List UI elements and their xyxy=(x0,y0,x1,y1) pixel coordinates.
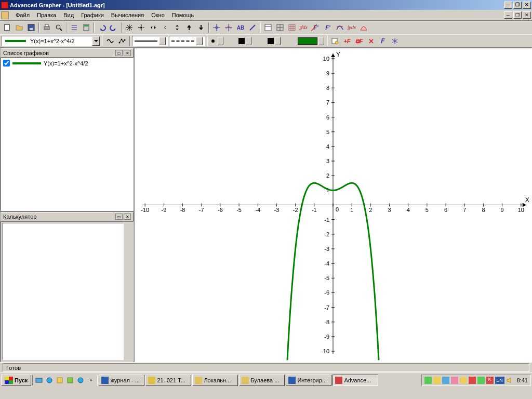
panel-close-icon[interactable]: ✕ xyxy=(124,214,131,220)
zoom-out-button[interactable] xyxy=(159,22,171,33)
add-func-button[interactable]: +F xyxy=(341,35,353,47)
ql-app2-icon[interactable] xyxy=(65,375,75,385)
ql-desktop-icon[interactable] xyxy=(34,375,44,385)
table-button[interactable] xyxy=(274,22,286,33)
style-curve-button[interactable] xyxy=(104,35,116,47)
work-area: Список графиков ▭ ✕ Y(x)=1+x^2-x^4/2 Кал… xyxy=(0,48,532,362)
area-button[interactable] xyxy=(358,22,369,33)
ql-ie2-icon[interactable] xyxy=(76,375,85,385)
zoom-center-button[interactable] xyxy=(136,22,147,33)
menu-view[interactable]: Вид xyxy=(60,11,77,19)
asterisk-button[interactable] xyxy=(389,35,401,47)
graph-list-item[interactable]: Y(x)=1+x^2-x^4/2 xyxy=(1,58,133,68)
zoom-y-in-button[interactable] xyxy=(171,22,183,33)
deriv-button[interactable]: F′ xyxy=(322,22,334,33)
integral-button[interactable]: ∫ydx xyxy=(346,22,357,33)
svg-text:6: 6 xyxy=(326,114,329,121)
arrow-down-button[interactable] xyxy=(195,22,207,33)
close-button[interactable]: ✕ xyxy=(523,2,531,9)
arrow-up-button[interactable] xyxy=(183,22,195,33)
formula-combo[interactable]: Y(x)=1+x^2-x^4/2 xyxy=(2,36,100,46)
panel-min-icon[interactable]: ▭ xyxy=(115,50,123,56)
calculator-scrollbar[interactable] xyxy=(124,223,132,360)
graph-props-button[interactable] xyxy=(329,35,341,47)
panel-min-icon[interactable]: ▭ xyxy=(115,214,123,220)
text-button[interactable]: AB xyxy=(235,22,246,33)
del-func-button[interactable]: ✕ xyxy=(365,35,377,47)
undo-button[interactable] xyxy=(96,22,108,33)
menu-graphs[interactable]: Графики xyxy=(77,11,108,19)
taskbar-button[interactable]: Локальн... xyxy=(192,375,238,386)
point-color-picker[interactable] xyxy=(209,36,238,46)
no-deriv-button[interactable]: F′╱ xyxy=(310,22,322,33)
plot-area[interactable]: XY-10-9-8-7-6-5-4-3-2-112345678910-10-9-… xyxy=(134,48,532,362)
taskbar-button[interactable]: Булаева ... xyxy=(239,375,285,386)
ql-ie-icon[interactable] xyxy=(45,375,54,385)
func-props-button[interactable]: F xyxy=(377,35,389,47)
tray-clock[interactable]: 8:41 xyxy=(517,377,528,383)
taskbar-button[interactable]: журнал - ... xyxy=(99,375,144,386)
svg-text:-5: -5 xyxy=(324,275,329,281)
graph-visible-checkbox[interactable] xyxy=(3,60,10,66)
panel-close-icon[interactable]: ✕ xyxy=(124,50,131,56)
mdi-minimize-button[interactable]: ─ xyxy=(504,11,512,19)
fg-color-picker[interactable] xyxy=(268,36,296,46)
line-button[interactable] xyxy=(247,22,258,33)
new-button[interactable] xyxy=(2,22,13,33)
taskbar-button[interactable]: Advance... xyxy=(332,375,378,386)
svg-point-25 xyxy=(123,41,124,43)
tray-lang-icon[interactable]: EN xyxy=(495,377,504,384)
redo-button[interactable] xyxy=(108,22,119,33)
curve-color-picker[interactable] xyxy=(297,36,325,46)
trace-button[interactable] xyxy=(223,22,234,33)
dup-func-button[interactable]: ⧉F xyxy=(353,35,365,47)
tray-icon[interactable] xyxy=(424,377,432,384)
preview-button[interactable] xyxy=(53,22,64,33)
tray-icon[interactable] xyxy=(451,377,458,384)
svg-point-26 xyxy=(124,39,126,41)
tray-icon[interactable] xyxy=(433,377,441,384)
chevron-down-icon[interactable] xyxy=(92,36,100,46)
tray-icon[interactable] xyxy=(477,377,485,384)
bg-color-picker[interactable] xyxy=(238,36,267,46)
svg-rect-117 xyxy=(36,378,42,382)
menu-window[interactable]: Окно xyxy=(148,11,168,19)
menu-file[interactable]: Файл xyxy=(12,11,33,19)
mdi-close-button[interactable]: ✕ xyxy=(523,11,531,19)
no-ydx-button[interactable]: ydx╱ xyxy=(298,22,310,33)
menu-edit[interactable]: Правка xyxy=(33,11,60,19)
list-button[interactable] xyxy=(69,22,80,33)
ql-chevrons-icon[interactable]: » xyxy=(86,375,96,385)
start-button[interactable]: Пуск xyxy=(1,375,31,386)
taskbar-button[interactable]: 21. 021 Т... xyxy=(145,375,191,386)
tangent-button[interactable] xyxy=(334,22,345,33)
menu-calc[interactable]: Вычисления xyxy=(108,11,148,19)
calc-button[interactable] xyxy=(81,22,92,33)
svg-text:-6: -6 xyxy=(324,289,329,296)
zoom-in-button[interactable] xyxy=(148,22,159,33)
line-style-picker[interactable] xyxy=(132,36,168,46)
line-dash-picker[interactable] xyxy=(169,36,205,46)
menubar: Файл Правка Вид Графики Вычисления Окно … xyxy=(0,10,532,21)
open-button[interactable] xyxy=(14,22,25,33)
tray-icon[interactable] xyxy=(469,377,476,384)
svg-text:3: 3 xyxy=(326,158,329,164)
props-button[interactable] xyxy=(262,22,274,33)
print-button[interactable] xyxy=(41,22,52,33)
save-button[interactable] xyxy=(25,22,37,33)
zoom-all-button[interactable] xyxy=(124,22,135,33)
minimize-button[interactable]: ─ xyxy=(504,2,512,9)
calculator-input[interactable] xyxy=(2,223,124,360)
menu-help[interactable]: Помощь xyxy=(168,11,198,19)
style-points-button[interactable] xyxy=(116,35,128,47)
tray-volume-icon[interactable] xyxy=(506,377,513,384)
taskbar-button[interactable]: Интегрир... xyxy=(286,375,331,386)
tray-icon[interactable] xyxy=(442,377,449,384)
cursor-button[interactable] xyxy=(211,22,222,33)
grid-button[interactable] xyxy=(286,22,298,33)
ql-app1-icon[interactable] xyxy=(55,375,64,385)
tray-icon[interactable]: K xyxy=(486,377,494,384)
mdi-restore-button[interactable]: ❐ xyxy=(513,11,522,19)
tray-icon[interactable] xyxy=(460,377,467,384)
maximize-button[interactable]: ❐ xyxy=(513,2,522,9)
